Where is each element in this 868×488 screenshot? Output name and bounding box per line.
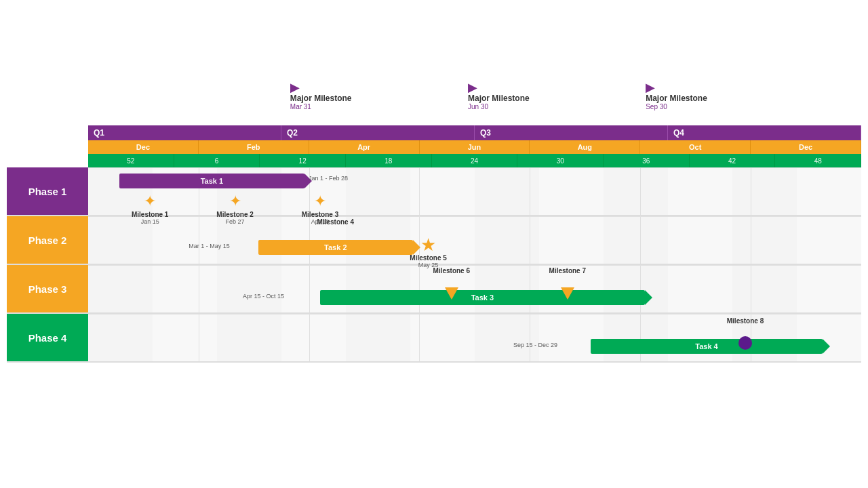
month-jun: Jun <box>420 140 530 154</box>
milestone8-above: Milestone 8 <box>727 317 764 325</box>
phase3-row: Phase 3 Milestone 6 Milestone 7 Task 3 A… <box>7 265 861 314</box>
phase4-label: Phase 4 <box>7 314 88 361</box>
month-aug: Aug <box>530 140 640 154</box>
task1-bar: Task 1 <box>119 174 305 188</box>
task4-bar: Task 4 <box>591 339 823 354</box>
month-dec2: Dec <box>751 140 861 154</box>
month-apr: Apr <box>309 140 420 154</box>
quarter-q2: Q2 <box>281 125 475 140</box>
month-dec1: Dec <box>88 140 199 154</box>
quarter-q3: Q3 <box>475 125 668 140</box>
task4-label: Task 4 <box>695 342 717 350</box>
major-milestone-2: ▶ Major Milestone Jun 30 <box>468 81 530 110</box>
major-milestone-1-arrow: ▶ <box>290 81 300 94</box>
task2-label: Task 2 <box>324 243 347 251</box>
phase2-label: Phase 2 <box>7 216 88 264</box>
milestone1-date: Jan 15 <box>141 218 159 225</box>
milestone5-name: Milestone 5 <box>410 254 446 262</box>
major-milestone-3: ▶ Major Milestone Sep 30 <box>646 81 707 110</box>
phase2-content: Milestone 4 Task 2 Mar 1 - May 15 ★ Mile… <box>88 216 861 264</box>
major-milestone-1-date: Mar 31 <box>290 103 311 110</box>
quarter-q1: Q1 <box>88 125 281 140</box>
gantt-header: Q1 Q2 Q3 Q4 Dec Feb Apr Jun Aug Oct Dec … <box>88 125 861 167</box>
week-6: 6 <box>174 154 260 167</box>
week-30: 30 <box>517 154 604 167</box>
major-milestone-3-arrow: ▶ <box>646 81 655 94</box>
milestone2: ✦ Milestone 2 Feb 27 <box>216 192 253 225</box>
major-milestone-2-arrow: ▶ <box>468 81 477 94</box>
week-42: 42 <box>690 154 776 167</box>
month-oct: Oct <box>640 140 751 154</box>
major-milestone-3-date: Sep 30 <box>646 103 667 110</box>
phase4-row: Phase 4 Milestone 8 Task 4 Sep 15 - Dec … <box>7 314 861 363</box>
milestone8 <box>738 336 752 350</box>
major-milestone-2-title: Major Milestone <box>468 94 530 103</box>
task3-bar: Task 3 <box>320 290 645 305</box>
phase1-content: Task 1 Jan 1 - Feb 28 ✦ Milestone 1 Jan … <box>88 167 861 215</box>
quarter-q4: Q4 <box>668 125 861 140</box>
week-18: 18 <box>346 154 432 167</box>
milestone1-name: Milestone 1 <box>132 211 168 218</box>
milestone5: ★ Milestone 5 May 25 <box>410 236 446 268</box>
major-milestones-row: ▶ Major Milestone Mar 31 ▶ Major Milesto… <box>88 81 861 125</box>
phase3-content: Milestone 6 Milestone 7 Task 3 Apr 15 - … <box>88 265 861 312</box>
week-36: 36 <box>604 154 690 167</box>
month-row: Dec Feb Apr Jun Aug Oct Dec <box>88 140 861 154</box>
week-48: 48 <box>775 154 861 167</box>
milestone4-above: Milestone 4 <box>317 218 354 226</box>
phase3-label: Phase 3 <box>7 265 88 312</box>
milestone1: ✦ Milestone 1 Jan 15 <box>132 192 168 225</box>
task3-label: Task 3 <box>471 293 494 302</box>
task1-label: Task 1 <box>201 177 223 185</box>
major-milestone-3-title: Major Milestone <box>646 94 707 103</box>
milestone2-date: Feb 27 <box>226 218 245 225</box>
phase4-content: Milestone 8 Task 4 Sep 15 - Dec 29 <box>88 314 861 361</box>
month-feb: Feb <box>199 140 309 154</box>
milestone3-name: Milestone 3 <box>302 211 338 218</box>
week-12: 12 <box>260 154 346 167</box>
milestone7-above: Milestone 7 <box>549 267 586 274</box>
task2-bar: Task 2 <box>258 240 413 255</box>
major-milestone-1-title: Major Milestone <box>290 94 352 103</box>
task1-date: Jan 1 - Feb 28 <box>309 175 348 182</box>
week-24: 24 <box>432 154 518 167</box>
milestone2-name: Milestone 2 <box>216 211 253 218</box>
milestone6 <box>445 287 458 300</box>
week-row: 52 6 12 18 24 30 36 42 48 <box>88 154 861 167</box>
task3-date: Apr 15 - Oct 15 <box>243 293 284 300</box>
quarter-row: Q1 Q2 Q3 Q4 <box>88 125 861 140</box>
milestone7 <box>561 287 574 300</box>
gantt-container: ▶ Major Milestone Mar 31 ▶ Major Milesto… <box>0 0 868 390</box>
task2-date: Mar 1 - May 15 <box>189 243 230 249</box>
phase1-label: Phase 1 <box>7 167 88 215</box>
task4-date: Sep 15 - Dec 29 <box>513 342 557 348</box>
major-milestone-2-date: Jun 30 <box>468 103 488 110</box>
week-52: 52 <box>88 154 174 167</box>
major-milestone-1: ▶ Major Milestone Mar 31 <box>290 81 352 110</box>
phase1-row: Phase 1 Task 1 Jan 1 - Feb 28 ✦ Mileston… <box>7 167 861 216</box>
milestone6-above: Milestone 6 <box>433 267 470 274</box>
